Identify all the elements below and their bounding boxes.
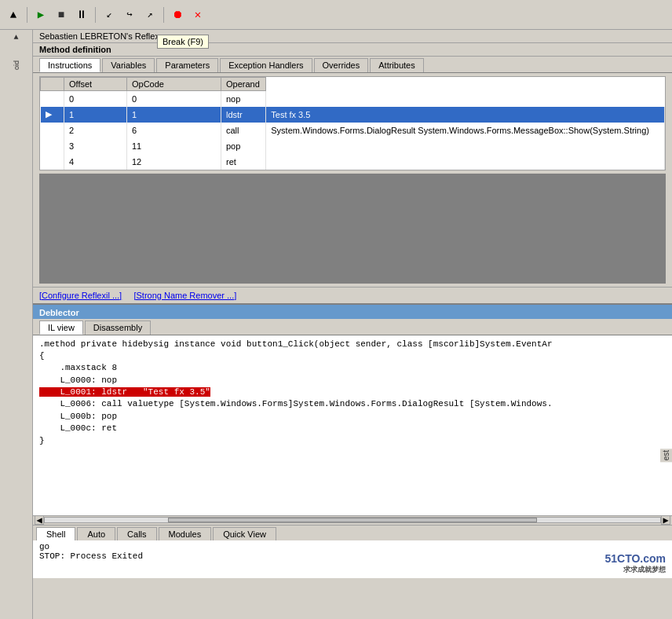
tab-il-view[interactable]: IL view xyxy=(39,320,83,335)
tab-exception-handlers[interactable]: Exception Handlers xyxy=(220,58,312,72)
break-button[interactable]: ✕ xyxy=(189,6,206,24)
bottom-tab-auto[interactable]: Auto xyxy=(77,527,115,540)
horizontal-scrollbar[interactable]: ◀ ▶ xyxy=(33,515,672,525)
deblector-title: Deblector xyxy=(33,306,672,319)
code-line: .maxstack 8 xyxy=(39,362,666,374)
scroll-right-button[interactable]: ▶ xyxy=(661,515,670,525)
row-operand xyxy=(266,138,665,154)
scroll-left-button[interactable]: ◀ xyxy=(35,515,44,525)
row-arrow xyxy=(41,123,64,138)
step-over-button[interactable]: ↪ xyxy=(121,6,138,24)
code-view[interactable]: .method private hidebysig instance void … xyxy=(33,335,672,515)
deblector-tabs: IL view Disassembly xyxy=(33,319,672,335)
col-header-opcode: OpCode xyxy=(127,78,221,91)
col-header-operand: Operand xyxy=(221,78,266,91)
scroll-up-button[interactable]: ▲ xyxy=(5,6,22,24)
console-area[interactable]: go STOP: Process Exited xyxy=(33,540,672,578)
row-num: 1 xyxy=(64,107,127,123)
play-button[interactable]: ▶ xyxy=(32,6,49,24)
watermark-sub: 求求成就梦想 xyxy=(604,565,666,575)
row-offset: 1 xyxy=(127,107,221,123)
method-title: Method definition xyxy=(33,43,672,57)
row-arrow xyxy=(41,91,64,107)
row-num: 2 xyxy=(64,123,127,138)
step-out-button[interactable]: ↗ xyxy=(141,6,159,24)
break-tooltip: Break (F9) xyxy=(157,35,209,49)
stop-button[interactable]: ■ xyxy=(53,6,70,24)
record-button[interactable]: ⏺ xyxy=(169,6,186,24)
pause-button[interactable]: ⏸ xyxy=(73,6,90,24)
tab-attributes[interactable]: Attributes xyxy=(370,58,423,72)
method-tabs: Instructions Variables Parameters Except… xyxy=(33,57,672,73)
bottom-tab-quick-view[interactable]: Quick View xyxy=(213,527,276,540)
console-line: STOP: Process Exited xyxy=(39,551,666,561)
breadcrumb: Sebastien LEBRETON's Reflex xyxy=(33,30,672,43)
bottom-tab-shell[interactable]: Shell xyxy=(36,527,75,540)
row-offset: 6 xyxy=(127,123,221,138)
toolbar-sep-3 xyxy=(163,7,164,23)
left-sidebar: ▲ oid xyxy=(0,30,33,619)
watermark-text: 51CTO.com xyxy=(604,552,666,565)
toolbar-sep-2 xyxy=(95,7,96,23)
oid-label: oid xyxy=(13,45,20,86)
row-num: 4 xyxy=(64,154,127,170)
bottom-tab-calls[interactable]: Calls xyxy=(117,527,156,540)
bottom-tab-modules[interactable]: Modules xyxy=(159,527,212,540)
code-line: L_0000: nop xyxy=(39,375,666,386)
row-offset: 12 xyxy=(127,154,221,170)
row-offset: 11 xyxy=(127,138,221,154)
col-header-arrow xyxy=(41,78,64,91)
row-arrow xyxy=(41,138,64,154)
row-num: 0 xyxy=(64,91,127,107)
tab-instructions[interactable]: Instructions xyxy=(39,58,100,72)
bottom-tabs: Shell Auto Calls Modules Quick View xyxy=(33,525,672,540)
strong-name-remover-link[interactable]: [Strong Name Remover ...] xyxy=(133,291,236,300)
deblector-panel: Deblector IL view Disassembly .method pr… xyxy=(33,305,672,525)
code-line: { xyxy=(39,350,666,362)
row-opcode: pop xyxy=(221,138,266,154)
row-opcode: ldstr xyxy=(221,107,266,123)
links-bar: [Configure Reflexil ...] [Strong Name Re… xyxy=(33,287,672,303)
configure-reflexil-link[interactable]: [Configure Reflexil ...] xyxy=(39,291,122,300)
tab-variables[interactable]: Variables xyxy=(102,58,155,72)
tab-parameters[interactable]: Parameters xyxy=(156,58,218,72)
tab-disassembly[interactable]: Disassembly xyxy=(85,320,151,335)
table-row[interactable]: 0 0 nop xyxy=(41,91,665,107)
tab-overrides[interactable]: Overrides xyxy=(314,58,369,72)
row-operand: Test fx 3.5 xyxy=(266,107,665,123)
row-num: 3 xyxy=(64,138,127,154)
table-row[interactable]: 3 11 pop xyxy=(41,138,665,154)
table-row[interactable]: ▶ 1 1 ldstr Test fx 3.5 xyxy=(41,107,665,123)
method-panel: Sebastien LEBRETON's Reflex Method defin… xyxy=(33,30,672,305)
table-row[interactable]: 4 12 ret xyxy=(41,154,665,170)
row-arrow: ▶ xyxy=(41,107,64,123)
table-row[interactable]: 2 6 call System.Windows.Forms.DialogResu… xyxy=(41,123,665,138)
step-into-button[interactable]: ↙ xyxy=(100,6,118,24)
console-line: go xyxy=(39,542,666,551)
code-line: L_0006: call valuetype [System.Windows.F… xyxy=(39,398,666,410)
main-panel: Sebastien LEBRETON's Reflex Method defin… xyxy=(33,30,672,619)
code-line: L_000b: pop xyxy=(39,411,666,423)
row-operand xyxy=(266,154,665,170)
row-offset: 0 xyxy=(127,91,221,107)
row-opcode: ret xyxy=(221,154,266,170)
toolbar-sep-1 xyxy=(27,7,27,23)
row-opcode: nop xyxy=(221,91,266,107)
est-label: est xyxy=(660,449,672,462)
instructions-table: Offset OpCode Operand 0 0 nop xyxy=(39,76,666,170)
gray-area xyxy=(39,174,666,284)
code-line-highlighted: L_0001: ldstr "Test fx 3.5" xyxy=(39,386,666,398)
scroll-thumb[interactable] xyxy=(168,518,537,522)
code-line: L_000c: ret xyxy=(39,423,666,434)
scroll-up-icon[interactable]: ▲ xyxy=(13,33,18,42)
col-header-offset: Offset xyxy=(64,78,127,91)
row-arrow xyxy=(41,154,64,170)
row-operand: System.Windows.Forms.DialogResult System… xyxy=(266,123,665,138)
row-opcode: call xyxy=(221,123,266,138)
code-line: } xyxy=(39,435,666,447)
toolbar: ▲ ▶ ■ ⏸ ↙ ↪ ↗ ⏺ ✕ xyxy=(0,0,672,30)
watermark: 51CTO.com 求求成就梦想 xyxy=(604,552,666,575)
scroll-track[interactable] xyxy=(44,517,661,523)
code-line: .method private hidebysig instance void … xyxy=(39,339,666,350)
